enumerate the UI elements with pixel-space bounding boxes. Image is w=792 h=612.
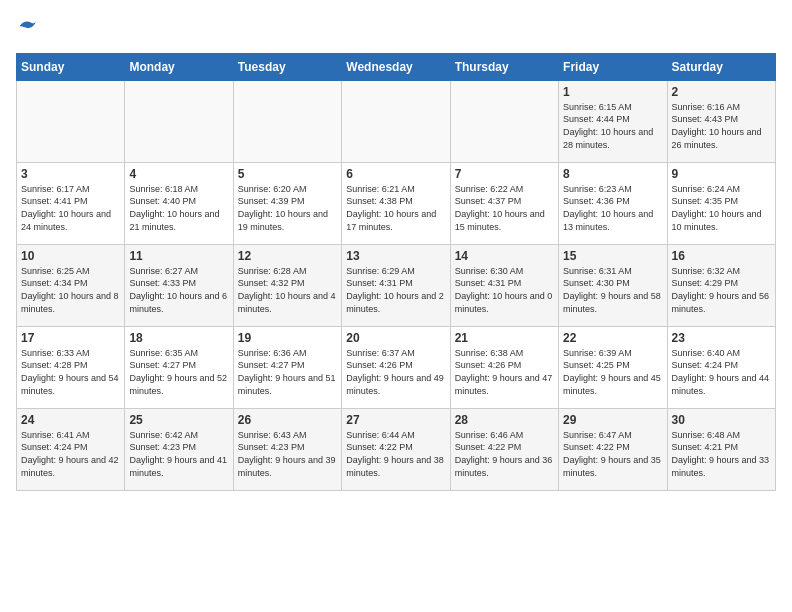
day-cell: 24Sunrise: 6:41 AM Sunset: 4:24 PM Dayli… <box>17 408 125 490</box>
day-cell <box>125 80 233 162</box>
calendar-header: SundayMondayTuesdayWednesdayThursdayFrid… <box>17 53 776 80</box>
day-info: Sunrise: 6:46 AM Sunset: 4:22 PM Dayligh… <box>455 429 554 479</box>
day-cell: 30Sunrise: 6:48 AM Sunset: 4:21 PM Dayli… <box>667 408 775 490</box>
day-info: Sunrise: 6:36 AM Sunset: 4:27 PM Dayligh… <box>238 347 337 397</box>
day-info: Sunrise: 6:43 AM Sunset: 4:23 PM Dayligh… <box>238 429 337 479</box>
header-cell-tuesday: Tuesday <box>233 53 341 80</box>
day-number: 1 <box>563 85 662 99</box>
day-info: Sunrise: 6:44 AM Sunset: 4:22 PM Dayligh… <box>346 429 445 479</box>
day-info: Sunrise: 6:27 AM Sunset: 4:33 PM Dayligh… <box>129 265 228 315</box>
day-info: Sunrise: 6:31 AM Sunset: 4:30 PM Dayligh… <box>563 265 662 315</box>
day-info: Sunrise: 6:38 AM Sunset: 4:26 PM Dayligh… <box>455 347 554 397</box>
day-cell: 20Sunrise: 6:37 AM Sunset: 4:26 PM Dayli… <box>342 326 450 408</box>
day-info: Sunrise: 6:42 AM Sunset: 4:23 PM Dayligh… <box>129 429 228 479</box>
logo-bird-icon <box>18 16 38 36</box>
day-cell: 14Sunrise: 6:30 AM Sunset: 4:31 PM Dayli… <box>450 244 558 326</box>
day-number: 12 <box>238 249 337 263</box>
page-header <box>16 16 776 41</box>
day-cell: 21Sunrise: 6:38 AM Sunset: 4:26 PM Dayli… <box>450 326 558 408</box>
day-cell: 19Sunrise: 6:36 AM Sunset: 4:27 PM Dayli… <box>233 326 341 408</box>
day-number: 14 <box>455 249 554 263</box>
day-info: Sunrise: 6:28 AM Sunset: 4:32 PM Dayligh… <box>238 265 337 315</box>
page-container: SundayMondayTuesdayWednesdayThursdayFrid… <box>0 0 792 499</box>
day-number: 17 <box>21 331 120 345</box>
day-number: 27 <box>346 413 445 427</box>
day-number: 7 <box>455 167 554 181</box>
week-row-1: 1Sunrise: 6:15 AM Sunset: 4:44 PM Daylig… <box>17 80 776 162</box>
week-row-5: 24Sunrise: 6:41 AM Sunset: 4:24 PM Dayli… <box>17 408 776 490</box>
day-cell <box>233 80 341 162</box>
day-info: Sunrise: 6:20 AM Sunset: 4:39 PM Dayligh… <box>238 183 337 233</box>
day-cell: 29Sunrise: 6:47 AM Sunset: 4:22 PM Dayli… <box>559 408 667 490</box>
day-number: 8 <box>563 167 662 181</box>
day-number: 26 <box>238 413 337 427</box>
day-number: 15 <box>563 249 662 263</box>
day-cell: 8Sunrise: 6:23 AM Sunset: 4:36 PM Daylig… <box>559 162 667 244</box>
day-cell: 28Sunrise: 6:46 AM Sunset: 4:22 PM Dayli… <box>450 408 558 490</box>
day-info: Sunrise: 6:16 AM Sunset: 4:43 PM Dayligh… <box>672 101 771 151</box>
day-info: Sunrise: 6:41 AM Sunset: 4:24 PM Dayligh… <box>21 429 120 479</box>
header-cell-saturday: Saturday <box>667 53 775 80</box>
day-number: 20 <box>346 331 445 345</box>
day-info: Sunrise: 6:30 AM Sunset: 4:31 PM Dayligh… <box>455 265 554 315</box>
day-number: 19 <box>238 331 337 345</box>
day-cell: 26Sunrise: 6:43 AM Sunset: 4:23 PM Dayli… <box>233 408 341 490</box>
day-cell: 12Sunrise: 6:28 AM Sunset: 4:32 PM Dayli… <box>233 244 341 326</box>
day-info: Sunrise: 6:15 AM Sunset: 4:44 PM Dayligh… <box>563 101 662 151</box>
logo <box>16 16 38 41</box>
week-row-2: 3Sunrise: 6:17 AM Sunset: 4:41 PM Daylig… <box>17 162 776 244</box>
day-info: Sunrise: 6:17 AM Sunset: 4:41 PM Dayligh… <box>21 183 120 233</box>
day-info: Sunrise: 6:22 AM Sunset: 4:37 PM Dayligh… <box>455 183 554 233</box>
day-info: Sunrise: 6:40 AM Sunset: 4:24 PM Dayligh… <box>672 347 771 397</box>
day-cell: 16Sunrise: 6:32 AM Sunset: 4:29 PM Dayli… <box>667 244 775 326</box>
day-number: 18 <box>129 331 228 345</box>
day-cell <box>17 80 125 162</box>
day-info: Sunrise: 6:48 AM Sunset: 4:21 PM Dayligh… <box>672 429 771 479</box>
header-row: SundayMondayTuesdayWednesdayThursdayFrid… <box>17 53 776 80</box>
day-number: 29 <box>563 413 662 427</box>
day-number: 2 <box>672 85 771 99</box>
day-number: 10 <box>21 249 120 263</box>
day-number: 23 <box>672 331 771 345</box>
week-row-4: 17Sunrise: 6:33 AM Sunset: 4:28 PM Dayli… <box>17 326 776 408</box>
day-info: Sunrise: 6:18 AM Sunset: 4:40 PM Dayligh… <box>129 183 228 233</box>
day-cell: 3Sunrise: 6:17 AM Sunset: 4:41 PM Daylig… <box>17 162 125 244</box>
day-cell: 11Sunrise: 6:27 AM Sunset: 4:33 PM Dayli… <box>125 244 233 326</box>
header-cell-wednesday: Wednesday <box>342 53 450 80</box>
day-number: 28 <box>455 413 554 427</box>
day-cell: 2Sunrise: 6:16 AM Sunset: 4:43 PM Daylig… <box>667 80 775 162</box>
day-number: 6 <box>346 167 445 181</box>
day-number: 21 <box>455 331 554 345</box>
day-info: Sunrise: 6:21 AM Sunset: 4:38 PM Dayligh… <box>346 183 445 233</box>
day-cell: 25Sunrise: 6:42 AM Sunset: 4:23 PM Dayli… <box>125 408 233 490</box>
calendar-table: SundayMondayTuesdayWednesdayThursdayFrid… <box>16 53 776 491</box>
day-info: Sunrise: 6:47 AM Sunset: 4:22 PM Dayligh… <box>563 429 662 479</box>
day-cell: 6Sunrise: 6:21 AM Sunset: 4:38 PM Daylig… <box>342 162 450 244</box>
day-number: 3 <box>21 167 120 181</box>
day-info: Sunrise: 6:25 AM Sunset: 4:34 PM Dayligh… <box>21 265 120 315</box>
day-number: 5 <box>238 167 337 181</box>
day-number: 25 <box>129 413 228 427</box>
day-cell <box>342 80 450 162</box>
header-cell-monday: Monday <box>125 53 233 80</box>
day-number: 30 <box>672 413 771 427</box>
day-cell <box>450 80 558 162</box>
day-info: Sunrise: 6:39 AM Sunset: 4:25 PM Dayligh… <box>563 347 662 397</box>
day-number: 16 <box>672 249 771 263</box>
day-info: Sunrise: 6:29 AM Sunset: 4:31 PM Dayligh… <box>346 265 445 315</box>
header-cell-thursday: Thursday <box>450 53 558 80</box>
day-info: Sunrise: 6:35 AM Sunset: 4:27 PM Dayligh… <box>129 347 228 397</box>
day-cell: 13Sunrise: 6:29 AM Sunset: 4:31 PM Dayli… <box>342 244 450 326</box>
day-number: 13 <box>346 249 445 263</box>
day-info: Sunrise: 6:37 AM Sunset: 4:26 PM Dayligh… <box>346 347 445 397</box>
logo-text <box>16 16 38 41</box>
day-cell: 17Sunrise: 6:33 AM Sunset: 4:28 PM Dayli… <box>17 326 125 408</box>
day-number: 4 <box>129 167 228 181</box>
day-info: Sunrise: 6:33 AM Sunset: 4:28 PM Dayligh… <box>21 347 120 397</box>
calendar-body: 1Sunrise: 6:15 AM Sunset: 4:44 PM Daylig… <box>17 80 776 490</box>
day-info: Sunrise: 6:23 AM Sunset: 4:36 PM Dayligh… <box>563 183 662 233</box>
day-number: 11 <box>129 249 228 263</box>
day-cell: 1Sunrise: 6:15 AM Sunset: 4:44 PM Daylig… <box>559 80 667 162</box>
day-cell: 15Sunrise: 6:31 AM Sunset: 4:30 PM Dayli… <box>559 244 667 326</box>
day-cell: 4Sunrise: 6:18 AM Sunset: 4:40 PM Daylig… <box>125 162 233 244</box>
